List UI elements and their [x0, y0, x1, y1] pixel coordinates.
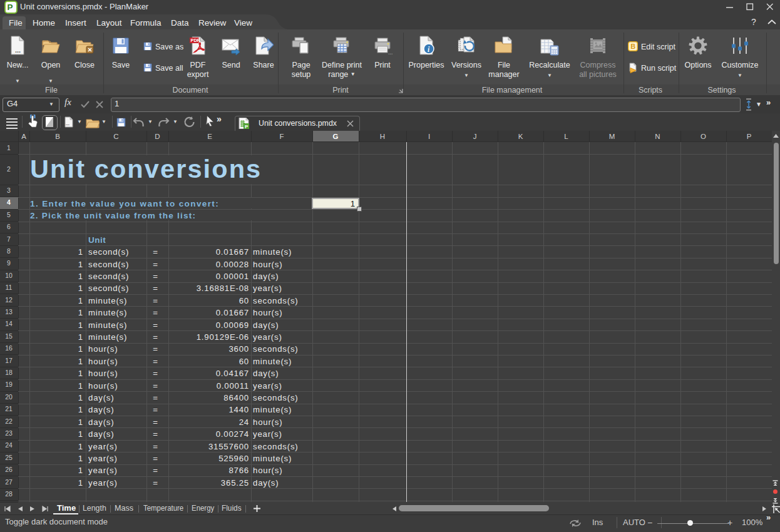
svg-text:B: B	[630, 43, 635, 50]
svg-text:P: P	[245, 124, 249, 129]
svg-text:...: ...	[66, 121, 69, 126]
svg-text:PDF: PDF	[191, 38, 200, 43]
svg-text:...: ...	[15, 46, 21, 54]
svg-text:...: ...	[388, 49, 393, 56]
